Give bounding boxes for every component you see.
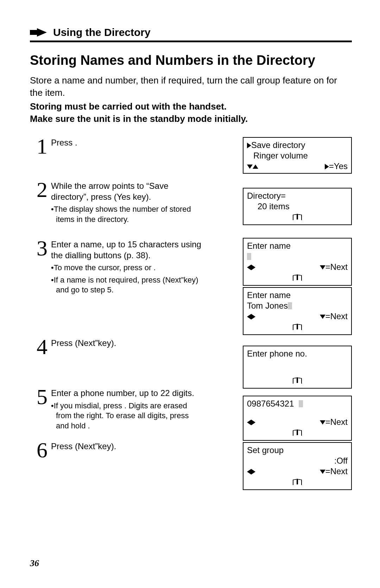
screens-column: Save directory Ringer volume =Yes Direct…	[243, 137, 352, 493]
step-number: 2	[30, 180, 48, 199]
screen-hint: =Next	[325, 466, 348, 476]
page-number: 36	[30, 558, 39, 569]
step-subtext: •If you misdial, press . Digits are eras…	[51, 401, 202, 431]
triangle-down-icon	[247, 165, 253, 169]
triangle-left-icon	[247, 265, 251, 270]
triangle-down-icon	[320, 315, 325, 319]
step-text: Press .	[51, 137, 202, 148]
step-number: 4	[30, 338, 48, 356]
step-text-line: the dialling buttons (p. 38).	[51, 250, 202, 261]
cursor-icon	[247, 253, 251, 260]
step-number: 6	[30, 441, 48, 459]
book-icon	[293, 430, 302, 436]
cursor-icon	[288, 302, 292, 309]
page-title: Storing Names and Numbers in the Directo…	[30, 53, 352, 68]
book-icon	[293, 479, 302, 485]
screen-line: Enter name	[247, 290, 348, 301]
divider	[30, 41, 352, 42]
step-text-line: While the arrow points to “Save	[51, 180, 202, 191]
book-icon	[293, 275, 302, 281]
step-text: Press (Next”key).	[51, 441, 202, 452]
step-text-line: directory”, press (Yes key).	[51, 191, 202, 202]
step-number: 5	[30, 388, 48, 406]
triangle-right-icon	[247, 143, 251, 148]
triangle-down-icon	[320, 470, 325, 474]
step-text-line: Enter a name, up to 15 characters using	[51, 239, 202, 250]
screen-4: Enter name Tom Jones =Next	[243, 287, 352, 335]
screen-6: 0987654321 =Next	[243, 396, 352, 441]
screen-line: Directory=	[247, 191, 348, 201]
triangle-right-icon	[251, 469, 255, 475]
step-text: Press (Next”key).	[51, 338, 202, 348]
screen-line: Save directory	[251, 140, 305, 150]
triangle-right-icon	[251, 314, 255, 320]
book-icon	[293, 324, 302, 330]
screen-value: :Off	[334, 456, 348, 466]
screen-hint: =Next	[325, 311, 348, 321]
step-number: 1	[30, 137, 48, 156]
triangle-left-icon	[247, 314, 251, 320]
screen-1: Save directory Ringer volume =Yes	[243, 137, 352, 174]
intro-bold-2: Make sure the unit is in the standby mod…	[30, 113, 352, 125]
screen-line: Ringer volume	[247, 150, 348, 161]
step-subtext: •The display shows the number of stored …	[51, 204, 202, 224]
screen-line: 0987654321	[247, 399, 294, 408]
triangle-right-icon	[325, 164, 329, 169]
steps-area: Save directory Ringer volume =Yes Direct…	[30, 137, 352, 459]
screen-2: Directory= 20 items	[243, 188, 352, 225]
screen-line: Tom Jones	[247, 301, 288, 310]
screen-hint: =Next	[325, 262, 348, 272]
arrow-right-icon	[37, 28, 47, 37]
screen-3: Enter name =Next	[243, 238, 352, 286]
book-icon	[293, 378, 302, 384]
step-number: 3	[30, 239, 48, 258]
screen-hint: =Next	[325, 417, 348, 427]
arrow-tail	[30, 30, 38, 35]
intro-bold-1: Storing must be carried out with the han…	[30, 100, 352, 113]
step-subtext: •To move the cursor, press or .	[51, 263, 202, 273]
triangle-down-icon	[320, 265, 325, 270]
section-title: Using the Directory	[53, 26, 151, 38]
cursor-icon	[299, 400, 303, 407]
screen-line: Enter name	[247, 241, 348, 251]
screen-line: Enter phone no.	[247, 348, 348, 359]
triangle-right-icon	[251, 420, 255, 425]
step-subtext: •If a name is not required, press (Next”…	[51, 275, 202, 295]
manual-page: Using the Directory Storing Names and Nu…	[0, 0, 380, 588]
book-icon	[293, 214, 302, 221]
intro-text: Store a name and number, then if require…	[30, 74, 352, 99]
screen-line: Set group	[247, 445, 348, 456]
screen-7: Set group :Off =Next	[243, 442, 352, 490]
triangle-left-icon	[247, 469, 251, 475]
triangle-left-icon	[247, 420, 251, 425]
triangle-right-icon	[251, 265, 255, 270]
screen-hint: =Yes	[329, 161, 348, 171]
triangle-up-icon	[253, 165, 258, 169]
screen-line: 20 items	[247, 201, 348, 212]
section-header: Using the Directory	[30, 26, 352, 38]
screen-5: Enter phone no.	[243, 346, 352, 389]
step-text-line: Enter a phone number, up to 22 digits.	[51, 388, 202, 398]
triangle-down-icon	[320, 420, 325, 425]
